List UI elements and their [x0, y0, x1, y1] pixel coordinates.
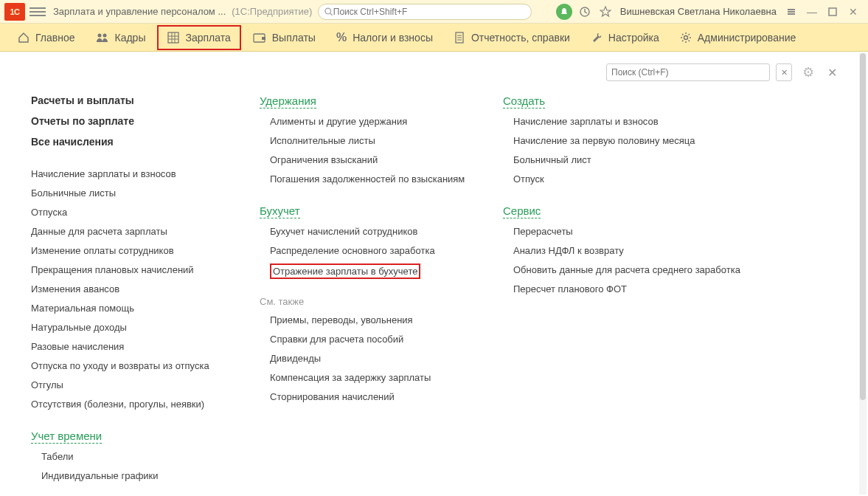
search-icon [324, 7, 333, 16]
menu-label: Настройка [608, 32, 659, 44]
section-header[interactable]: Сервис [503, 204, 541, 218]
nav-link[interactable]: Изменение оплаты сотрудников [31, 245, 230, 256]
nav-link[interactable]: Изменения авансов [31, 283, 230, 294]
people-icon [96, 32, 109, 44]
grid-icon [167, 32, 179, 44]
menu-percent[interactable]: %Налоги и взносы [326, 24, 443, 52]
nav-link[interactable]: Отпуска по уходу и возвраты из отпуска [31, 360, 230, 371]
close-panel-icon[interactable]: ✕ [827, 66, 837, 80]
nav-link[interactable]: Расчеты и выплаты [31, 94, 230, 106]
menu-label: Кадры [115, 32, 146, 44]
nav-link[interactable]: Прекращения плановых начислений [31, 264, 230, 275]
svg-rect-6 [829, 8, 836, 16]
nav-link[interactable]: Начисление зарплаты и взносов [513, 116, 754, 127]
menu-burger-icon[interactable] [29, 7, 46, 16]
section-header[interactable]: Создать [503, 94, 545, 108]
menu-label: Отчетность, справки [471, 32, 570, 44]
nav-link[interactable]: Разовые начисления [31, 341, 230, 352]
clear-search-button[interactable]: ✕ [776, 63, 792, 81]
svg-rect-3 [788, 9, 795, 10]
nav-link[interactable]: Отпуска [31, 207, 230, 218]
scrollbar[interactable] [859, 53, 867, 495]
doc-icon [454, 32, 465, 44]
nav-link[interactable]: Индивидуальные графики [41, 470, 230, 481]
notifications-icon[interactable] [556, 4, 572, 20]
user-menu-icon[interactable] [783, 4, 799, 20]
menu-label: Администрирование [698, 32, 796, 44]
menu-gear[interactable]: Администрирование [670, 24, 807, 52]
nav-link[interactable]: Погашения задолженностей по взысканиям [270, 173, 473, 185]
scroll-thumb[interactable] [860, 53, 866, 400]
menu-home[interactable]: Главное [7, 24, 86, 52]
svg-point-20 [684, 35, 687, 39]
nav-link[interactable]: Все начисления [31, 136, 230, 148]
close-button[interactable]: ✕ [843, 4, 864, 20]
home-icon [18, 32, 29, 44]
svg-line-1 [330, 13, 333, 15]
nav-link[interactable]: Обновить данные для расчета среднего зар… [513, 264, 754, 275]
maximize-button[interactable] [822, 4, 843, 20]
nav-link[interactable]: Приемы, переводы, увольнения [270, 314, 473, 326]
nav-link[interactable]: Отгулы [31, 379, 230, 390]
wallet-icon [253, 32, 266, 44]
nav-link[interactable]: Сторнирования начислений [270, 391, 473, 402]
svg-rect-15 [262, 37, 265, 40]
app-logo: 1C [4, 3, 25, 21]
svg-rect-4 [788, 11, 795, 13]
subheader: См. также [260, 296, 473, 307]
menu-label: Зарплата [185, 32, 230, 44]
platform-label: (1С:Предприятие) [232, 6, 312, 17]
favorite-icon[interactable] [597, 4, 614, 20]
settings-icon[interactable]: ⚙ [802, 64, 814, 80]
nav-link[interactable]: Перерасчеты [513, 226, 754, 237]
nav-link[interactable]: Распределение основного заработка [270, 245, 473, 256]
wrench-icon [591, 32, 603, 44]
local-search-input[interactable] [606, 63, 770, 81]
nav-link[interactable]: Дивиденды [270, 353, 473, 364]
nav-link[interactable]: Алименты и другие удержания [270, 116, 473, 127]
history-icon[interactable] [577, 4, 593, 20]
gear-icon [680, 32, 692, 44]
svg-point-0 [325, 8, 331, 14]
nav-link[interactable]: Бухучет начислений сотрудников [270, 226, 473, 237]
nav-link[interactable]: Отсутствия (болезни, прогулы, неявки) [31, 399, 230, 410]
menu-wallet[interactable]: Выплаты [243, 24, 326, 52]
app-title: Зарплата и управление персоналом ... [53, 6, 226, 17]
nav-link[interactable]: Данные для расчета зарплаты [31, 226, 230, 237]
nav-link[interactable]: Больничный лист [513, 154, 754, 165]
nav-link[interactable]: Отпуск [513, 173, 754, 185]
nav-link[interactable]: Исполнительные листы [270, 135, 473, 146]
menu-label: Выплаты [272, 32, 316, 44]
nav-link[interactable]: Справки для расчета пособий [270, 334, 473, 345]
menu-label: Налоги и взносы [353, 32, 433, 44]
menu-people[interactable]: Кадры [86, 24, 156, 52]
percent-icon: % [336, 31, 347, 44]
nav-link[interactable]: Материальная помощь [31, 303, 230, 314]
global-search-input[interactable] [333, 7, 526, 17]
svg-rect-5 [788, 13, 795, 15]
global-search[interactable] [318, 4, 532, 20]
svg-point-7 [97, 33, 101, 37]
svg-point-8 [103, 33, 106, 37]
nav-link[interactable]: Больничные листы [31, 187, 230, 199]
menu-label: Главное [35, 32, 75, 44]
section-header[interactable]: Удержания [260, 94, 316, 108]
nav-link[interactable]: Анализ НДФЛ к возврату [513, 245, 754, 256]
menu-doc[interactable]: Отчетность, справки [443, 24, 580, 52]
section-header[interactable]: Бухучет [260, 204, 300, 218]
user-name[interactable]: Вишневская Светлана Николаевна [620, 6, 777, 17]
nav-link[interactable]: Отчеты по зарплате [31, 115, 230, 127]
minimize-button[interactable]: — [802, 4, 822, 20]
nav-link[interactable]: Ограничения взысканий [270, 154, 473, 165]
nav-link[interactable]: Компенсация за задержку зарплаты [270, 372, 473, 383]
nav-link[interactable]: Отражение зарплаты в бухучете [270, 264, 420, 279]
nav-link[interactable]: Начисление зарплаты и взносов [31, 168, 230, 179]
section-header[interactable]: Учет времени [31, 430, 102, 444]
nav-link[interactable]: Начисление за первую половину месяца [513, 135, 754, 146]
menu-wrench[interactable]: Настройка [580, 24, 670, 52]
nav-link[interactable]: Натуральные доходы [31, 322, 230, 333]
svg-rect-9 [168, 32, 178, 43]
nav-link[interactable]: Табели [41, 451, 230, 462]
menu-grid[interactable]: Зарплата [157, 25, 240, 50]
nav-link[interactable]: Пересчет планового ФОТ [513, 283, 754, 294]
